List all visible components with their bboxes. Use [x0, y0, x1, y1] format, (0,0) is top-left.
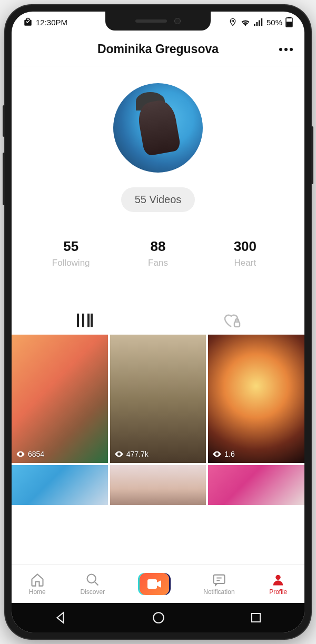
- message-icon: [212, 572, 226, 587]
- eye-icon: [16, 449, 25, 459]
- svg-rect-18: [213, 575, 224, 583]
- svg-rect-7: [287, 22, 292, 26]
- svg-rect-4: [261, 18, 262, 26]
- nav-label: Profile: [269, 588, 287, 596]
- video-grid: 6854 477.7k 1.6: [12, 335, 304, 505]
- stats-row: 55 Following 88 Fans 300 Heart: [12, 223, 304, 274]
- video-thumbnail[interactable]: [208, 465, 304, 505]
- nav-home[interactable]: Home: [29, 572, 46, 596]
- svg-point-20: [153, 612, 164, 623]
- phone-volume-button: [3, 105, 5, 137]
- video-thumbnail[interactable]: 1.6: [208, 335, 304, 463]
- nav-record[interactable]: [140, 573, 169, 595]
- svg-point-15: [216, 453, 218, 455]
- eye-icon: [114, 449, 124, 459]
- back-key-icon[interactable]: [54, 611, 67, 625]
- video-thumbnail[interactable]: 6854: [12, 335, 108, 463]
- views-overlay: 1.6: [212, 449, 234, 459]
- thumb-image: [110, 335, 206, 463]
- nav-profile[interactable]: Profile: [269, 572, 287, 596]
- grid-bars-icon: [76, 313, 94, 328]
- battery-percent: 50%: [266, 18, 282, 27]
- views-overlay: 6854: [16, 449, 44, 459]
- phone-frame: 12:30PM 50% Dominika Gregusova 55 Videos: [5, 5, 311, 639]
- video-thumbnail[interactable]: 477.7k: [110, 335, 206, 463]
- view-count: 477.7k: [126, 450, 149, 458]
- android-softkeys: [12, 603, 304, 632]
- svg-rect-12: [234, 322, 240, 327]
- svg-rect-3: [259, 20, 260, 26]
- profile-section: 55 Videos: [12, 66, 304, 223]
- more-options-button[interactable]: [279, 48, 293, 51]
- svg-point-19: [276, 575, 281, 579]
- svg-point-13: [20, 453, 22, 455]
- home-key-icon[interactable]: [152, 611, 165, 625]
- spacer: [12, 274, 304, 305]
- front-camera: [174, 18, 181, 24]
- eye-icon: [212, 449, 222, 459]
- nav-notification[interactable]: Notification: [203, 572, 234, 596]
- svg-point-16: [87, 574, 95, 582]
- profile-icon: [271, 572, 285, 587]
- view-count: 6854: [28, 450, 44, 458]
- views-overlay: 477.7k: [114, 449, 149, 459]
- profile-header: Dominika Gregusova: [12, 33, 304, 66]
- battery-icon: [285, 17, 293, 27]
- stat-label: Fans: [114, 258, 201, 268]
- tab-liked[interactable]: [158, 306, 304, 335]
- nav-label: Discover: [80, 588, 105, 596]
- content-tabs: [12, 305, 304, 335]
- home-icon: [30, 572, 45, 587]
- location-icon: [229, 18, 237, 26]
- speaker-grill: [135, 19, 167, 23]
- page-title: Dominika Gregusova: [97, 42, 219, 56]
- stat-following[interactable]: 55 Following: [27, 238, 114, 268]
- svg-rect-9: [82, 314, 84, 327]
- svg-rect-11: [91, 314, 93, 327]
- stat-label: Heart: [202, 258, 289, 268]
- view-count: 1.6: [224, 450, 234, 458]
- nav-label: Home: [29, 588, 46, 596]
- svg-rect-8: [77, 314, 79, 327]
- stat-fans[interactable]: 88 Fans: [114, 238, 201, 268]
- screen: 12:30PM 50% Dominika Gregusova 55 Videos: [12, 12, 304, 632]
- video-camera-icon: [147, 579, 161, 589]
- record-button[interactable]: [140, 573, 169, 595]
- status-time: 12:30PM: [36, 18, 67, 27]
- phone-volume-button: [3, 153, 5, 205]
- stat-label: Following: [27, 258, 114, 268]
- svg-rect-6: [288, 17, 291, 18]
- thumb-image: [12, 335, 108, 463]
- video-thumbnail[interactable]: [12, 465, 108, 505]
- svg-rect-2: [256, 22, 258, 26]
- video-thumbnail[interactable]: [110, 465, 206, 505]
- bottom-nav: Home Discover Notification Profile: [12, 564, 304, 603]
- thumb-image: [12, 465, 108, 505]
- video-count-badge[interactable]: 55 Videos: [121, 187, 195, 212]
- svg-rect-21: [252, 613, 260, 622]
- svg-rect-1: [254, 24, 255, 26]
- stat-value: 88: [114, 238, 201, 255]
- stat-value: 55: [27, 238, 114, 255]
- stat-heart[interactable]: 300 Heart: [202, 238, 289, 268]
- phone-power-button: [311, 126, 313, 184]
- recent-key-icon[interactable]: [250, 611, 262, 624]
- search-icon: [85, 572, 100, 587]
- avatar[interactable]: [113, 83, 203, 173]
- tab-grid[interactable]: [12, 306, 158, 335]
- thumb-image: [208, 335, 304, 463]
- heart-lock-icon: [222, 313, 241, 328]
- svg-rect-17: [147, 579, 157, 589]
- notch: [105, 12, 211, 31]
- thumb-image: [208, 465, 304, 505]
- svg-point-0: [232, 20, 233, 22]
- status-left: 12:30PM: [23, 17, 67, 27]
- signal-icon: [254, 18, 263, 26]
- wifi-icon: [240, 18, 251, 26]
- thumb-image: [110, 465, 206, 505]
- shopping-badge-icon: [23, 17, 33, 27]
- nav-discover[interactable]: Discover: [80, 572, 105, 596]
- stat-value: 300: [202, 238, 289, 255]
- svg-rect-10: [87, 314, 90, 327]
- svg-point-14: [118, 453, 120, 455]
